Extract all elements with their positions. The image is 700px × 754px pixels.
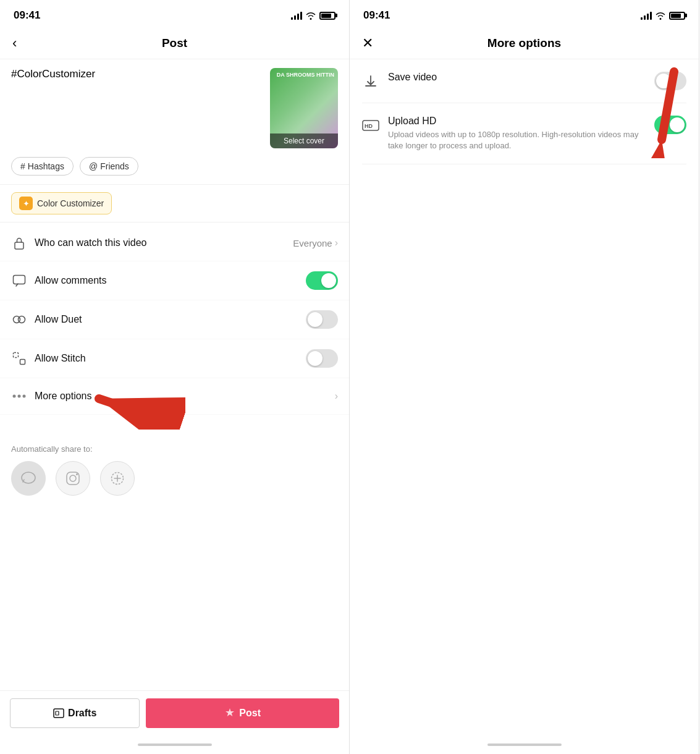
hashtags-label: Hashtags xyxy=(28,161,64,171)
status-time-right: 09:41 xyxy=(363,9,390,22)
friends-label: Friends xyxy=(100,161,129,171)
at-symbol: @ xyxy=(89,161,98,171)
toggle-knob-stitch xyxy=(308,351,323,366)
toggle-knob xyxy=(321,273,336,288)
hash-symbol: # xyxy=(20,161,25,171)
allow-duet-toggle[interactable] xyxy=(306,310,338,329)
who-can-watch-row[interactable]: Who can watch this video Everyone › xyxy=(0,225,349,261)
allow-duet-label: Allow Duet xyxy=(35,314,306,325)
battery-icon-right xyxy=(669,12,685,20)
allow-stitch-row[interactable]: Allow Stitch xyxy=(0,339,349,378)
nav-bar-right: ✕ More options xyxy=(350,27,699,59)
home-indicator-right xyxy=(350,735,699,754)
bottom-buttons: Drafts Post xyxy=(0,690,349,735)
toggle-knob-duet xyxy=(308,312,323,327)
allow-comments-label: Allow comments xyxy=(35,275,306,286)
thumbnail-select-cover[interactable]: Select cover xyxy=(270,133,338,148)
page-title-left: Post xyxy=(162,36,187,50)
post-label: Post xyxy=(239,708,261,719)
save-video-content: Save video xyxy=(388,72,646,83)
status-bar-right: 09:41 xyxy=(350,0,699,27)
content-area-left: #ColorCustomizer DA SHROOMS HITTIN Selec… xyxy=(0,59,349,690)
share-section: Automatically share to: xyxy=(0,436,349,502)
allow-duet-row[interactable]: Allow Duet xyxy=(0,300,349,339)
color-customizer-label: Color Customizer xyxy=(37,198,104,208)
save-video-knob xyxy=(656,74,671,88)
upload-hd-toggle[interactable] xyxy=(654,116,686,134)
more-options-row[interactable]: More options › xyxy=(0,378,349,415)
post-button[interactable]: Post xyxy=(146,698,339,728)
save-video-toggle[interactable] xyxy=(654,72,686,90)
hd-icon: HD xyxy=(362,117,379,134)
signal-icon-right xyxy=(641,11,652,20)
svg-rect-4 xyxy=(14,353,19,358)
status-icons-left xyxy=(291,11,335,20)
more-options-label: More options xyxy=(35,391,335,402)
download-icon xyxy=(362,73,379,90)
hashtag-row: #ColorCustomizer DA SHROOMS HITTIN Selec… xyxy=(0,59,349,157)
back-button[interactable]: ‹ xyxy=(12,35,17,51)
settings-section: Who can watch this video Everyone › Allo… xyxy=(0,222,349,417)
upload-hd-content: Upload HD Upload videos with up to 1080p… xyxy=(388,116,646,151)
share-icons-row xyxy=(11,461,338,496)
svg-point-7 xyxy=(18,395,21,398)
more-options-chevron: › xyxy=(335,391,338,402)
left-phone-panel: 09:41 ‹ Post xyxy=(0,0,350,754)
close-button[interactable]: ✕ xyxy=(362,35,373,51)
allow-comments-row[interactable]: Allow comments xyxy=(0,261,349,300)
who-can-watch-label: Who can watch this video xyxy=(35,237,293,248)
right-content-area: Save video HD Upload HD Upload videos wi… xyxy=(350,59,699,735)
messages-share-button[interactable] xyxy=(11,461,46,496)
upload-hd-row[interactable]: HD Upload HD Upload videos with up to 10… xyxy=(362,103,686,164)
upload-hd-title: Upload HD xyxy=(388,116,646,127)
color-customizer-icon: ✦ xyxy=(19,197,33,210)
hashtag-text: #ColorCustomizer xyxy=(11,68,270,80)
page-title-right: More options xyxy=(487,36,561,50)
signal-icon xyxy=(291,11,302,20)
allow-stitch-label: Allow Stitch xyxy=(35,353,306,364)
drafts-button[interactable]: Drafts xyxy=(10,698,140,728)
video-thumbnail[interactable]: DA SHROOMS HITTIN Select cover xyxy=(270,68,338,148)
who-can-watch-value: Everyone xyxy=(293,238,332,248)
right-phone-panel: 09:41 ✕ More options xyxy=(350,0,699,754)
wifi-icon-right xyxy=(656,11,665,20)
hashtags-button[interactable]: # Hashtags xyxy=(11,157,74,176)
friends-button[interactable]: @ Friends xyxy=(80,157,138,176)
lock-icon xyxy=(11,235,27,251)
nav-bar-left: ‹ Post xyxy=(0,27,349,59)
home-bar-right xyxy=(487,743,562,746)
wifi-icon xyxy=(306,11,316,20)
share-label: Automatically share to: xyxy=(11,444,338,454)
upload-hd-desc: Upload videos with up to 1080p resolutio… xyxy=(388,129,646,151)
svg-rect-5 xyxy=(20,360,25,365)
thumbnail-top-text: DA SHROOMS HITTIN xyxy=(277,72,334,78)
battery-icon xyxy=(319,12,335,20)
svg-rect-18 xyxy=(56,711,59,715)
svg-rect-1 xyxy=(14,276,25,284)
save-video-row[interactable]: Save video xyxy=(362,59,686,103)
save-video-title: Save video xyxy=(388,72,646,83)
color-customizer-badge[interactable]: ✦ Color Customizer xyxy=(11,192,112,214)
home-bar-left xyxy=(138,743,212,746)
allow-comments-toggle[interactable] xyxy=(306,271,338,290)
upload-hd-toggle-area xyxy=(654,116,686,134)
svg-point-6 xyxy=(13,395,16,398)
stitch-icon xyxy=(11,350,27,366)
status-icons-right xyxy=(641,11,685,20)
svg-rect-0 xyxy=(15,242,23,249)
add-share-button[interactable] xyxy=(100,461,135,496)
tag-buttons-row: # Hashtags @ Friends xyxy=(0,157,349,184)
allow-stitch-toggle[interactable] xyxy=(306,349,338,368)
svg-point-8 xyxy=(23,395,26,398)
svg-point-10 xyxy=(22,472,35,483)
who-can-watch-chevron: › xyxy=(335,237,338,248)
upload-hd-knob xyxy=(670,117,685,132)
status-time-left: 09:41 xyxy=(14,9,40,22)
svg-text:HD: HD xyxy=(365,123,373,129)
drafts-label: Drafts xyxy=(68,708,96,719)
feature-row: ✦ Color Customizer xyxy=(0,184,349,222)
dots-icon xyxy=(11,388,27,404)
svg-point-12 xyxy=(70,475,76,481)
instagram-share-button[interactable] xyxy=(56,461,90,496)
home-indicator-left xyxy=(0,735,349,754)
